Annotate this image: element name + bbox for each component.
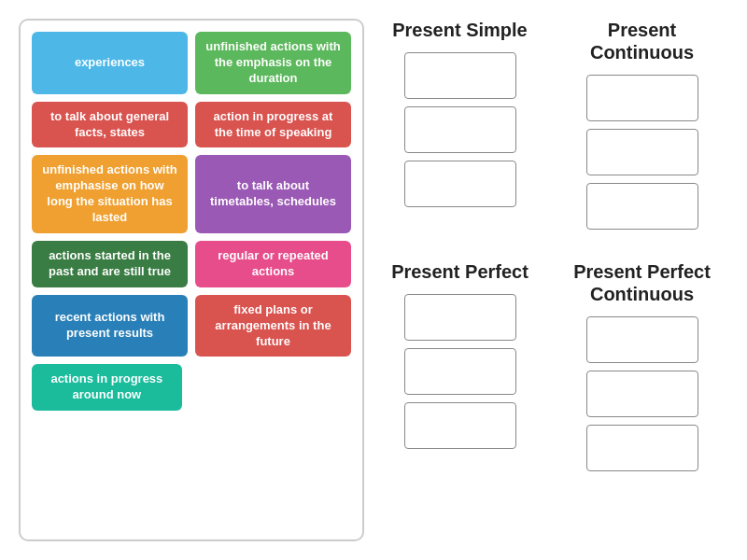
drop-box-ps-2[interactable] [404, 106, 516, 153]
card-experiences[interactable]: experiences [32, 32, 188, 94]
left-panel: experiences unfinished actions with the … [19, 19, 364, 541]
card-fixed-plans[interactable]: fixed plans or arrangements in the futur… [195, 295, 351, 357]
card-general-facts[interactable]: to talk about general facts, states [32, 102, 188, 148]
right-panel: Present Simple Present Continuous Presen… [374, 19, 728, 541]
card-unfinished-how-long[interactable]: unfinished actions with emphasise on how… [32, 155, 188, 233]
drop-box-ppc-1[interactable] [586, 316, 698, 363]
card-row-2: to talk about general facts, states acti… [32, 102, 351, 148]
drop-box-pc-2[interactable] [586, 129, 698, 175]
card-timetables[interactable]: to talk about timetables, schedules [195, 155, 351, 233]
card-unfinished-duration[interactable]: unfinished actions with the emphasis on … [195, 32, 351, 94]
top-columns: Present Simple Present Continuous [383, 19, 719, 237]
card-row-5: recent actions with present results fixe… [32, 295, 351, 357]
present-simple-header: Present Simple [392, 19, 528, 41]
drop-box-ppc-3[interactable] [586, 425, 698, 471]
drop-box-pp-2[interactable] [404, 348, 516, 395]
drop-box-ps-3[interactable] [404, 161, 516, 207]
card-row-1: experiences unfinished actions with the … [32, 32, 351, 94]
card-regular-repeated[interactable]: regular or repeated actions [195, 241, 351, 287]
card-recent-actions[interactable]: recent actions with present results [32, 295, 188, 357]
card-actions-progress-now[interactable]: actions in progress around now [32, 364, 182, 411]
column-present-perfect: Present Perfect [383, 260, 537, 479]
card-row-4: actions started in the past and are stil… [32, 241, 351, 287]
present-perfect-continuous-header: Present Perfect Continuous [565, 260, 719, 305]
card-actions-started-past[interactable]: actions started in the past and are stil… [32, 241, 188, 287]
bottom-columns: Present Perfect Present Perfect Continuo… [383, 260, 719, 479]
drop-box-pp-3[interactable] [404, 402, 516, 449]
drop-box-pp-1[interactable] [404, 294, 516, 341]
present-continuous-header: Present Continuous [565, 19, 719, 63]
drop-box-pc-3[interactable] [586, 183, 698, 230]
card-row-3: unfinished actions with emphasise on how… [32, 155, 351, 233]
column-present-perfect-continuous: Present Perfect Continuous [565, 260, 719, 479]
card-row-6: actions in progress around now [32, 364, 351, 411]
column-present-continuous: Present Continuous [565, 19, 719, 237]
present-perfect-header: Present Perfect [391, 260, 529, 283]
page: experiences unfinished actions with the … [0, 0, 747, 560]
column-present-simple: Present Simple [383, 19, 537, 237]
card-action-in-progress[interactable]: action in progress at the time of speaki… [195, 102, 351, 148]
drop-box-ppc-2[interactable] [586, 371, 698, 417]
drop-box-pc-1[interactable] [586, 75, 698, 121]
drop-box-ps-1[interactable] [404, 52, 516, 99]
